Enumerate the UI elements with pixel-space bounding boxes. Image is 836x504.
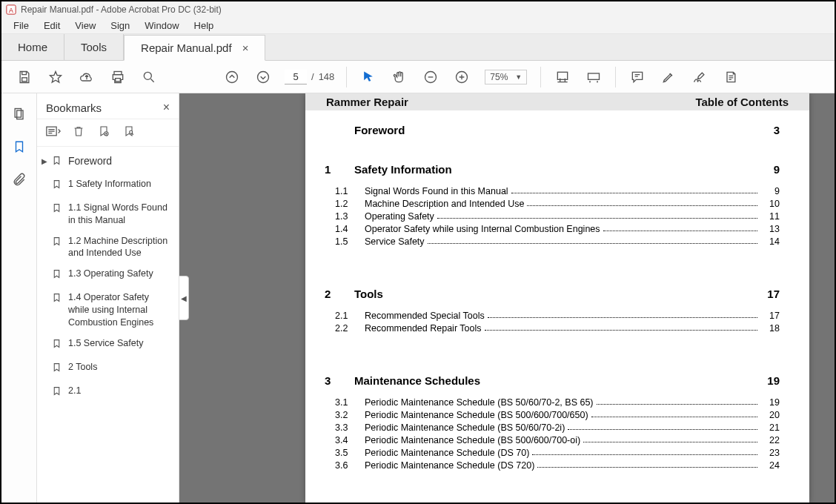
sign-icon[interactable]	[689, 67, 710, 87]
pdf-page: Rammer Repair Table of Contents Foreword…	[305, 93, 809, 503]
page-input[interactable]	[285, 70, 307, 84]
bookmark-item[interactable]: ▶Foreword	[39, 151, 176, 173]
sub-page: 21	[760, 422, 780, 433]
cloud-upload-icon[interactable]	[76, 67, 97, 87]
document-area[interactable]: ◀ Rammer Repair Table of Contents Forewo…	[179, 93, 835, 503]
sub-page: 18	[760, 323, 780, 334]
expand-icon[interactable]: ▶	[42, 154, 52, 167]
leader-dots	[532, 448, 757, 455]
delete-bookmark-icon[interactable]	[71, 124, 86, 139]
sub-num: 1.1	[325, 186, 365, 196]
menu-sign[interactable]: Sign	[103, 19, 137, 33]
content-area: Bookmarks × ▶Foreword 1 Safety Informati…	[1, 93, 835, 503]
menu-edit[interactable]: Edit	[36, 19, 67, 33]
sub-title: Operator Safety while using Internal Com…	[365, 224, 600, 234]
comment-icon[interactable]	[627, 67, 648, 87]
tab-home[interactable]: Home	[1, 34, 64, 60]
app-window: A Repair Manual.pdf - Adobe Acrobat Pro …	[1, 1, 835, 503]
chevron-down-icon: ▼	[515, 73, 522, 81]
toc-subsection: 2.1Recommended Special Tools17	[325, 311, 780, 321]
leader-dots	[568, 422, 757, 430]
menu-file[interactable]: File	[6, 19, 36, 33]
toc-subsection: 1.3Operating Safety11	[325, 211, 780, 222]
bookmark-item[interactable]: 1.3 Operating Safety	[39, 265, 176, 286]
svg-point-6	[227, 71, 238, 82]
header-right: Table of Contents	[695, 96, 789, 108]
toc-foreword: Foreword 3	[354, 124, 780, 136]
leader-dots	[597, 397, 757, 405]
zoom-out-icon[interactable]	[420, 67, 441, 87]
title-bar: A Repair Manual.pdf - Adobe Acrobat Pro …	[1, 1, 835, 18]
close-panel-icon[interactable]: ×	[163, 101, 170, 114]
toc-subsection: 2.2Recommended Repair Tools18	[325, 323, 780, 334]
sub-num: 1.3	[325, 211, 365, 222]
menu-help[interactable]: Help	[187, 19, 222, 33]
toc-subsection: 1.4Operator Safety while using Internal …	[325, 224, 780, 234]
new-bookmark-icon[interactable]	[96, 124, 111, 139]
toc-subsection: 3.2Periodic Maintenance Schedule (BS 500…	[325, 410, 780, 420]
sub-page: 17	[760, 311, 780, 321]
bookmarks-icon[interactable]	[9, 136, 30, 157]
bookmark-item[interactable]: 1.2 Machine Description and Intended Use	[39, 232, 176, 263]
leader-dots	[488, 311, 757, 318]
leader-dots	[583, 435, 757, 442]
zoom-dropdown[interactable]: 75% ▼	[485, 70, 527, 84]
search-icon[interactable]	[139, 67, 159, 87]
sub-title: Periodic Maintenance Schedule (BS 50/60/…	[365, 422, 565, 433]
toc-section: 3Maintenance Schedules19	[325, 374, 780, 387]
window-title: Repair Manual.pdf - Adobe Acrobat Pro DC…	[21, 4, 222, 15]
collapse-panel-icon[interactable]: ◀	[179, 276, 189, 320]
tab-close-icon[interactable]: ×	[242, 42, 249, 54]
sub-num: 3.6	[325, 460, 365, 471]
attachments-icon[interactable]	[9, 169, 30, 190]
tab-tools[interactable]: Tools	[64, 34, 124, 60]
fit-page-icon[interactable]	[583, 67, 604, 87]
svg-rect-10	[558, 72, 568, 79]
selection-arrow-icon[interactable]	[358, 67, 379, 87]
toc-section: 2Tools17	[325, 288, 780, 300]
star-icon[interactable]	[45, 67, 66, 87]
bookmark-item[interactable]: 2 Tools	[39, 358, 176, 379]
section-num: 1	[325, 163, 354, 176]
separator	[540, 67, 541, 87]
stamp-icon[interactable]	[720, 67, 741, 87]
highlight-icon[interactable]	[658, 67, 679, 87]
bookmark-item[interactable]: 1 Safety Information	[39, 175, 176, 196]
bookmark-label: Foreword	[68, 154, 171, 168]
bookmark-icon	[52, 235, 64, 251]
bookmark-icon	[52, 154, 64, 170]
menu-window[interactable]: Window	[137, 19, 186, 33]
zoom-in-icon[interactable]	[451, 67, 472, 87]
page-thumbnails-icon[interactable]	[9, 104, 30, 125]
bookmarks-header: Bookmarks ×	[37, 93, 179, 119]
section-num: 2	[325, 288, 354, 300]
sub-page: 19	[760, 397, 780, 408]
print-icon[interactable]	[107, 67, 128, 87]
bookmarks-list[interactable]: ▶Foreword 1 Safety Information 1.1 Signa…	[37, 147, 179, 503]
sub-num: 1.2	[325, 199, 365, 209]
sub-title: Machine Description and Intended Use	[365, 199, 524, 209]
page-down-icon[interactable]	[253, 67, 273, 87]
foreword-label: Foreword	[354, 124, 405, 136]
sub-page: 10	[760, 199, 780, 209]
section-title: Tools	[354, 288, 767, 300]
bookmark-icon	[52, 385, 64, 400]
bookmark-item[interactable]: 2.1	[39, 382, 176, 403]
app-icon: A	[6, 4, 16, 15]
tab-document[interactable]: Repair Manual.pdf ×	[124, 35, 265, 61]
bookmark-item[interactable]: 1.4 Operator Safety while using Internal…	[39, 288, 176, 332]
bookmark-item[interactable]: 1.1 Signal Words Found in this Manual	[39, 199, 176, 230]
page-up-icon[interactable]	[222, 67, 242, 87]
bookmark-item[interactable]: 1.5 Service Safety	[39, 334, 176, 356]
bookmark-icon	[52, 202, 64, 217]
bookmark-icon	[52, 291, 64, 307]
menu-view[interactable]: View	[67, 19, 103, 33]
bookmark-options-icon[interactable]	[46, 124, 61, 139]
leader-dots	[511, 186, 757, 193]
save-icon[interactable]	[14, 67, 35, 87]
find-bookmark-icon[interactable]	[122, 124, 136, 139]
bookmark-label: 2 Tools	[68, 361, 171, 374]
toc-section: 1Safety Information9	[325, 163, 780, 176]
hand-pan-icon[interactable]	[389, 67, 410, 87]
fit-width-icon[interactable]	[552, 67, 573, 87]
